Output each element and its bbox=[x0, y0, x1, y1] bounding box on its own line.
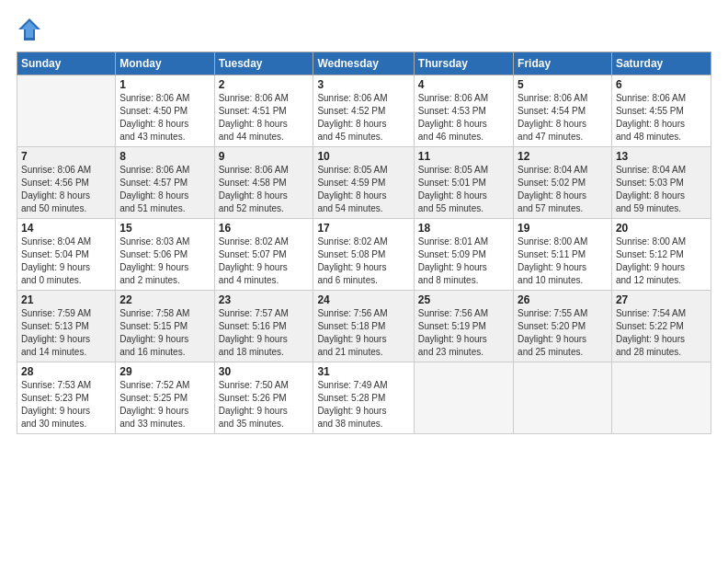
calendar-week-row: 7Sunrise: 8:06 AM Sunset: 4:56 PM Daylig… bbox=[17, 147, 711, 219]
day-info: Sunrise: 7:54 AM Sunset: 5:22 PM Dayligh… bbox=[616, 307, 707, 359]
day-info: Sunrise: 7:53 AM Sunset: 5:23 PM Dayligh… bbox=[21, 379, 111, 431]
calendar-cell: 17Sunrise: 8:02 AM Sunset: 5:08 PM Dayli… bbox=[313, 219, 414, 291]
day-info: Sunrise: 8:01 AM Sunset: 5:09 PM Dayligh… bbox=[418, 236, 509, 287]
day-info: Sunrise: 8:05 AM Sunset: 5:01 PM Dayligh… bbox=[418, 164, 509, 215]
calendar-cell: 26Sunrise: 7:55 AM Sunset: 5:20 PM Dayli… bbox=[514, 291, 612, 362]
col-header-thursday: Thursday bbox=[414, 52, 513, 75]
day-number: 15 bbox=[119, 222, 210, 235]
logo bbox=[17, 17, 46, 42]
day-number: 22 bbox=[119, 293, 210, 306]
day-number: 30 bbox=[219, 365, 310, 378]
day-info: Sunrise: 8:06 AM Sunset: 4:54 PM Dayligh… bbox=[518, 92, 608, 144]
calendar-week-row: 14Sunrise: 8:04 AM Sunset: 5:04 PM Dayli… bbox=[17, 219, 711, 291]
day-info: Sunrise: 8:06 AM Sunset: 4:52 PM Dayligh… bbox=[317, 92, 409, 144]
col-header-friday: Friday bbox=[514, 52, 612, 75]
day-number: 8 bbox=[119, 150, 210, 163]
day-number: 12 bbox=[518, 150, 608, 163]
day-number: 1 bbox=[119, 78, 210, 91]
day-number: 17 bbox=[317, 222, 409, 235]
calendar-cell: 24Sunrise: 7:56 AM Sunset: 5:18 PM Dayli… bbox=[313, 291, 414, 362]
day-info: Sunrise: 8:04 AM Sunset: 5:03 PM Dayligh… bbox=[616, 164, 707, 215]
day-info: Sunrise: 8:00 AM Sunset: 5:11 PM Dayligh… bbox=[518, 236, 608, 287]
calendar-cell bbox=[611, 362, 711, 434]
day-info: Sunrise: 7:57 AM Sunset: 5:16 PM Dayligh… bbox=[219, 307, 310, 359]
calendar-cell: 10Sunrise: 8:05 AM Sunset: 4:59 PM Dayli… bbox=[313, 147, 414, 219]
day-info: Sunrise: 8:06 AM Sunset: 4:57 PM Dayligh… bbox=[119, 164, 210, 215]
calendar-week-row: 1Sunrise: 8:06 AM Sunset: 4:50 PM Daylig… bbox=[17, 75, 711, 147]
calendar-cell bbox=[414, 362, 513, 434]
calendar-cell: 1Sunrise: 8:06 AM Sunset: 4:50 PM Daylig… bbox=[116, 75, 214, 147]
day-number: 20 bbox=[616, 222, 707, 235]
calendar-cell: 7Sunrise: 8:06 AM Sunset: 4:56 PM Daylig… bbox=[17, 147, 116, 219]
day-number: 10 bbox=[317, 150, 409, 163]
day-number: 11 bbox=[418, 150, 509, 163]
day-info: Sunrise: 8:06 AM Sunset: 4:51 PM Dayligh… bbox=[219, 92, 310, 144]
day-info: Sunrise: 7:49 AM Sunset: 5:28 PM Dayligh… bbox=[317, 379, 409, 431]
calendar-cell: 20Sunrise: 8:00 AM Sunset: 5:12 PM Dayli… bbox=[611, 219, 711, 291]
calendar-cell bbox=[514, 362, 612, 434]
day-number: 26 bbox=[518, 293, 608, 306]
day-number: 2 bbox=[219, 78, 310, 91]
day-number: 19 bbox=[518, 222, 608, 235]
day-number: 24 bbox=[317, 293, 409, 306]
day-info: Sunrise: 8:04 AM Sunset: 5:02 PM Dayligh… bbox=[518, 164, 608, 215]
day-info: Sunrise: 8:06 AM Sunset: 4:50 PM Dayligh… bbox=[119, 92, 210, 144]
calendar-cell: 5Sunrise: 8:06 AM Sunset: 4:54 PM Daylig… bbox=[514, 75, 612, 147]
day-info: Sunrise: 8:06 AM Sunset: 4:53 PM Dayligh… bbox=[418, 92, 509, 144]
day-info: Sunrise: 8:06 AM Sunset: 4:56 PM Dayligh… bbox=[21, 164, 111, 215]
calendar-cell: 12Sunrise: 8:04 AM Sunset: 5:02 PM Dayli… bbox=[514, 147, 612, 219]
day-number: 6 bbox=[616, 78, 707, 91]
day-number: 25 bbox=[418, 293, 509, 306]
day-number: 21 bbox=[21, 293, 111, 306]
calendar-cell: 16Sunrise: 8:02 AM Sunset: 5:07 PM Dayli… bbox=[214, 219, 313, 291]
calendar-cell: 21Sunrise: 7:59 AM Sunset: 5:13 PM Dayli… bbox=[17, 291, 116, 362]
day-info: Sunrise: 7:55 AM Sunset: 5:20 PM Dayligh… bbox=[518, 307, 608, 359]
calendar-cell: 13Sunrise: 8:04 AM Sunset: 5:03 PM Dayli… bbox=[611, 147, 711, 219]
day-number: 3 bbox=[317, 78, 409, 91]
svg-marker-1 bbox=[21, 21, 38, 38]
day-number: 28 bbox=[21, 365, 111, 378]
col-header-tuesday: Tuesday bbox=[214, 52, 313, 75]
calendar-cell: 30Sunrise: 7:50 AM Sunset: 5:26 PM Dayli… bbox=[214, 362, 313, 434]
calendar-cell: 22Sunrise: 7:58 AM Sunset: 5:15 PM Dayli… bbox=[116, 291, 214, 362]
col-header-saturday: Saturday bbox=[611, 52, 711, 75]
calendar-week-row: 21Sunrise: 7:59 AM Sunset: 5:13 PM Dayli… bbox=[17, 291, 711, 362]
day-info: Sunrise: 7:56 AM Sunset: 5:19 PM Dayligh… bbox=[418, 307, 509, 359]
calendar-cell: 2Sunrise: 8:06 AM Sunset: 4:51 PM Daylig… bbox=[214, 75, 313, 147]
day-info: Sunrise: 7:59 AM Sunset: 5:13 PM Dayligh… bbox=[21, 307, 111, 359]
day-number: 27 bbox=[616, 293, 707, 306]
day-number: 31 bbox=[317, 365, 409, 378]
day-info: Sunrise: 7:58 AM Sunset: 5:15 PM Dayligh… bbox=[119, 307, 210, 359]
calendar-cell bbox=[17, 75, 116, 147]
day-info: Sunrise: 7:50 AM Sunset: 5:26 PM Dayligh… bbox=[219, 379, 310, 431]
col-header-sunday: Sunday bbox=[17, 52, 116, 75]
day-info: Sunrise: 8:06 AM Sunset: 4:55 PM Dayligh… bbox=[616, 92, 707, 144]
day-info: Sunrise: 8:05 AM Sunset: 4:59 PM Dayligh… bbox=[317, 164, 409, 215]
calendar-cell: 8Sunrise: 8:06 AM Sunset: 4:57 PM Daylig… bbox=[116, 147, 214, 219]
day-info: Sunrise: 8:02 AM Sunset: 5:08 PM Dayligh… bbox=[317, 236, 409, 287]
calendar-cell: 3Sunrise: 8:06 AM Sunset: 4:52 PM Daylig… bbox=[313, 75, 414, 147]
col-header-wednesday: Wednesday bbox=[313, 52, 414, 75]
page: SundayMondayTuesdayWednesdayThursdayFrid… bbox=[0, 0, 728, 563]
calendar-cell: 19Sunrise: 8:00 AM Sunset: 5:11 PM Dayli… bbox=[514, 219, 612, 291]
calendar-cell: 31Sunrise: 7:49 AM Sunset: 5:28 PM Dayli… bbox=[313, 362, 414, 434]
day-number: 7 bbox=[21, 150, 111, 163]
calendar: SundayMondayTuesdayWednesdayThursdayFrid… bbox=[17, 52, 711, 434]
calendar-cell: 28Sunrise: 7:53 AM Sunset: 5:23 PM Dayli… bbox=[17, 362, 116, 434]
day-number: 5 bbox=[518, 78, 608, 91]
day-number: 23 bbox=[219, 293, 310, 306]
day-number: 4 bbox=[418, 78, 509, 91]
calendar-cell: 29Sunrise: 7:52 AM Sunset: 5:25 PM Dayli… bbox=[116, 362, 214, 434]
header bbox=[17, 17, 711, 42]
day-info: Sunrise: 7:56 AM Sunset: 5:18 PM Dayligh… bbox=[317, 307, 409, 359]
day-number: 16 bbox=[219, 222, 310, 235]
calendar-cell: 23Sunrise: 7:57 AM Sunset: 5:16 PM Dayli… bbox=[214, 291, 313, 362]
day-info: Sunrise: 8:03 AM Sunset: 5:06 PM Dayligh… bbox=[119, 236, 210, 287]
day-number: 13 bbox=[616, 150, 707, 163]
calendar-cell: 18Sunrise: 8:01 AM Sunset: 5:09 PM Dayli… bbox=[414, 219, 513, 291]
day-number: 18 bbox=[418, 222, 509, 235]
day-number: 14 bbox=[21, 222, 111, 235]
calendar-cell: 9Sunrise: 8:06 AM Sunset: 4:58 PM Daylig… bbox=[214, 147, 313, 219]
day-number: 29 bbox=[119, 365, 210, 378]
calendar-cell: 6Sunrise: 8:06 AM Sunset: 4:55 PM Daylig… bbox=[611, 75, 711, 147]
